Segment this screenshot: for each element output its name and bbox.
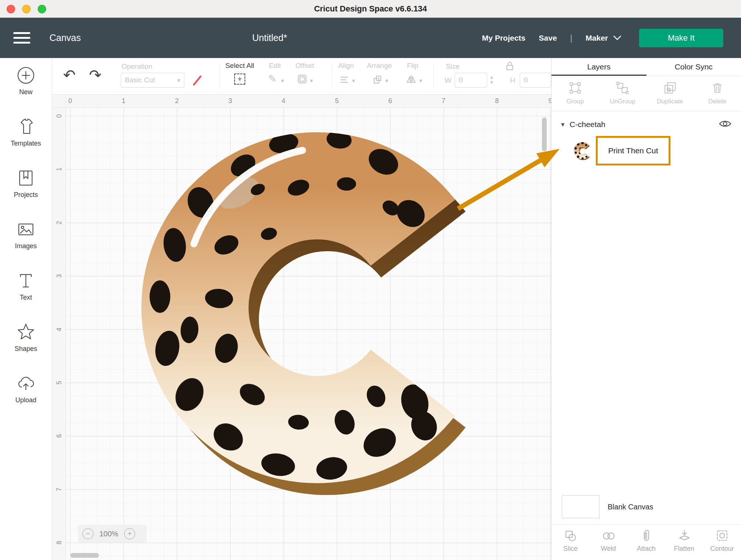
undo-icon[interactable]: ↶: [63, 68, 76, 82]
tab-color-sync[interactable]: Color Sync: [646, 58, 741, 76]
chevron-down-icon[interactable]: ▾: [310, 77, 313, 84]
ruler-mark: 2: [175, 97, 179, 105]
action-label: Contour: [710, 545, 734, 553]
blank-canvas-row[interactable]: Blank Canvas: [552, 494, 741, 520]
my-projects-link[interactable]: My Projects: [482, 34, 526, 42]
ruler-mark: 3: [228, 97, 232, 105]
pencil-icon[interactable]: ✎: [268, 74, 277, 84]
contour-button[interactable]: Contour: [703, 525, 741, 560]
vertical-scrollbar[interactable]: [542, 117, 547, 151]
window-titlebar: Cricut Design Space v6.6.134: [0, 0, 741, 18]
sidebar-item-templates[interactable]: Templates: [0, 117, 52, 168]
close-window-button[interactable]: [7, 5, 15, 13]
sidebar-item-images[interactable]: Images: [0, 219, 52, 271]
action-label: Flatten: [674, 545, 694, 553]
layer-group-name: C-cheetah: [570, 120, 605, 129]
ruler-mark: 2: [55, 221, 63, 225]
star-shape-icon: [16, 322, 36, 342]
ruler-mark: 1: [55, 167, 63, 171]
align-label: Align: [331, 62, 361, 70]
delete-button[interactable]: Delete: [694, 76, 741, 111]
sidebar-item-label: Templates: [11, 140, 41, 147]
projects-icon: [16, 168, 36, 188]
window-controls: [7, 5, 46, 13]
zoom-control: − 100% +: [78, 525, 147, 543]
layer-thumbnail-cheetah-c: [572, 140, 593, 161]
chevron-down-icon[interactable]: ▾: [352, 77, 355, 84]
sidebar-item-upload[interactable]: Upload: [0, 373, 52, 425]
shirt-icon: [16, 117, 36, 137]
weld-button[interactable]: Weld: [590, 525, 628, 560]
zoom-out-button[interactable]: −: [82, 528, 93, 539]
lock-icon[interactable]: [506, 61, 514, 73]
slice-button[interactable]: Slice: [552, 525, 590, 560]
operation-value: Basic Cut: [125, 76, 155, 84]
layer-actions: Group UnGroup Duplicate Delete: [552, 76, 741, 111]
chevron-down-icon[interactable]: ▾: [419, 77, 422, 84]
flatten-button[interactable]: Flatten: [665, 525, 703, 560]
width-label: W: [445, 76, 451, 85]
document-title[interactable]: Untitled*: [144, 33, 395, 43]
cheetah-letter-c-artwork[interactable]: [140, 123, 494, 503]
panel-bottom-actions: Slice Weld Attach Flatten Contour: [552, 524, 741, 560]
action-label: UnGroup: [610, 98, 635, 105]
design-canvas[interactable]: 0 1 2 3 4 5 6 7 8 9 0 1 2 3 4 5 6 7 8: [52, 95, 551, 560]
minimize-window-button[interactable]: [22, 5, 31, 13]
sidebar-item-label: Upload: [15, 396, 36, 404]
ruler-mark: 6: [55, 434, 63, 438]
ruler-mark: 7: [442, 97, 445, 105]
width-stepper[interactable]: ▲▼: [489, 75, 494, 85]
ruler-mark: 0: [55, 114, 63, 118]
flip-label: Flip: [399, 62, 427, 70]
action-label: Delete: [708, 98, 726, 105]
chevron-down-icon[interactable]: ▾: [281, 77, 284, 84]
flip-icon[interactable]: [406, 75, 416, 85]
collapse-triangle-icon[interactable]: ▾: [561, 120, 564, 129]
layer-row[interactable]: Print Then Cut: [552, 135, 741, 167]
size-label: Size: [446, 62, 460, 71]
layer-operation-highlight-box[interactable]: Print Then Cut: [596, 136, 670, 165]
canvas-grid[interactable]: − 100% +: [66, 108, 551, 560]
machine-selector[interactable]: Maker: [585, 34, 621, 42]
top-navigation-bar: Canvas Untitled* My Projects Save | Make…: [0, 18, 741, 58]
ruler-mark: 6: [388, 97, 392, 105]
sidebar-item-new[interactable]: New: [0, 65, 52, 117]
horizontal-scrollbar[interactable]: [70, 553, 99, 558]
attach-button[interactable]: Attach: [627, 525, 665, 560]
sidebar-item-projects[interactable]: Projects: [0, 168, 52, 219]
zoom-window-button[interactable]: [38, 5, 46, 13]
tab-layers[interactable]: Layers: [552, 58, 646, 76]
ruler-corner: [52, 95, 66, 108]
group-button[interactable]: Group: [552, 76, 599, 111]
redo-icon[interactable]: ↷: [89, 68, 102, 82]
material-color-swatch[interactable]: [192, 75, 203, 86]
save-link[interactable]: Save: [539, 34, 557, 42]
align-icon[interactable]: [339, 75, 349, 86]
chevron-down-icon[interactable]: ▾: [385, 77, 388, 84]
group-icon: [568, 81, 582, 95]
sidebar-item-shapes[interactable]: Shapes: [0, 322, 52, 373]
zoom-in-button[interactable]: +: [124, 528, 135, 539]
menu-icon[interactable]: [13, 29, 30, 47]
layer-group-row[interactable]: ▾ C-cheetah: [552, 116, 741, 133]
ruler-mark: 4: [55, 328, 63, 331]
sidebar-item-label: Text: [20, 294, 32, 301]
duplicate-button[interactable]: Duplicate: [646, 76, 694, 111]
layers-panel: Layers Color Sync Group UnGroup Duplicat…: [551, 58, 741, 560]
edit-label: Edit: [260, 62, 290, 70]
arrange-icon[interactable]: [373, 75, 382, 86]
make-it-button[interactable]: Make It: [639, 29, 723, 47]
ungroup-button[interactable]: UnGroup: [599, 76, 646, 111]
select-all-icon[interactable]: [234, 74, 245, 85]
operation-dropdown[interactable]: Basic Cut ▾: [121, 73, 184, 88]
sidebar-item-text[interactable]: Text: [0, 271, 52, 322]
width-input[interactable]: [455, 73, 487, 88]
ruler-mark: 5: [55, 381, 63, 385]
height-input[interactable]: [520, 73, 551, 88]
machine-name: Maker: [585, 34, 608, 42]
sidebar-item-label: New: [19, 88, 33, 96]
ungroup-icon: [616, 81, 629, 95]
offset-icon[interactable]: [297, 74, 307, 85]
weld-icon: [602, 529, 615, 542]
visibility-eye-icon[interactable]: [719, 119, 731, 130]
